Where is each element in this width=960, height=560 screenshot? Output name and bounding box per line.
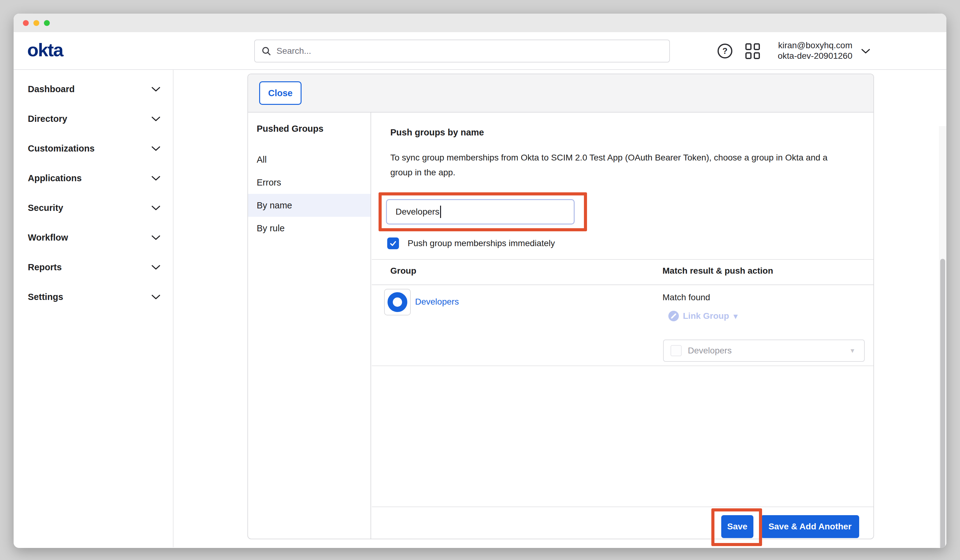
table-header-border <box>372 285 874 285</box>
group-name-link[interactable]: Developers <box>415 297 459 307</box>
sidebar-item-label: Settings <box>28 292 151 302</box>
footer-border <box>372 507 874 507</box>
sidebar-item-applications[interactable]: Applications <box>14 167 173 189</box>
scrollbar-thumb[interactable] <box>940 259 945 548</box>
sidebar-item-dashboard[interactable]: Dashboard <box>14 78 173 100</box>
group-placeholder-icon <box>670 345 682 356</box>
sidebar-item-workflow[interactable]: Workflow <box>14 226 173 249</box>
link-icon <box>668 310 679 322</box>
sidebar-item-directory[interactable]: Directory <box>14 107 173 130</box>
group-avatar <box>384 289 411 315</box>
account-email: kiran@boxyhq.com <box>765 40 852 51</box>
chevron-down-icon[interactable] <box>861 48 870 54</box>
browser-window: okta ? kiran@boxyhq.com okta-dev-2090126… <box>14 14 946 548</box>
target-group-select[interactable]: Developers ▼ <box>663 339 865 362</box>
sidebar-item-customizations[interactable]: Customizations <box>14 137 173 160</box>
minimize-window-icon[interactable] <box>34 20 39 26</box>
caret-down-icon: ▼ <box>849 347 856 354</box>
chevron-down-icon <box>151 265 160 270</box>
column-header-group: Group <box>390 266 416 276</box>
group-name-input[interactable]: Developers <box>386 199 574 224</box>
body-row: Dashboard Directory Customizations Appli… <box>14 70 946 547</box>
subnav-item-by-rule[interactable]: By rule <box>248 217 371 240</box>
close-button[interactable]: Close <box>259 81 302 105</box>
check-icon <box>389 239 397 247</box>
sidebar: Dashboard Directory Customizations Appli… <box>14 70 173 547</box>
link-group-action[interactable]: Link Group ▾ <box>668 310 738 322</box>
group-name-input-value: Developers <box>395 207 440 217</box>
grid-cell <box>754 43 760 50</box>
sidebar-item-settings[interactable]: Settings <box>14 286 173 308</box>
subnav-title: Pushed Groups <box>257 124 371 134</box>
input-highlight-annotation: Developers <box>379 192 587 231</box>
close-window-icon[interactable] <box>23 20 29 26</box>
sidebar-item-label: Applications <box>28 173 151 183</box>
sidebar-item-reports[interactable]: Reports <box>14 256 173 278</box>
chevron-down-icon <box>151 235 160 240</box>
chevron-down-icon <box>151 116 160 122</box>
sidebar-item-label: Directory <box>28 114 151 124</box>
chevron-down-icon <box>151 86 160 92</box>
push-groups-dialog: Close Pushed Groups All Errors By name B… <box>247 74 874 539</box>
grid-cell <box>754 52 760 59</box>
form-description-line: group in the app. <box>390 165 828 180</box>
traffic-lights <box>23 20 50 26</box>
text-cursor <box>440 206 441 218</box>
chevron-down-icon <box>151 205 160 211</box>
match-status: Match found <box>662 293 710 302</box>
table-top-border <box>372 259 874 260</box>
help-icon[interactable]: ? <box>718 43 732 58</box>
search-icon <box>261 46 272 56</box>
main-area: Close Pushed Groups All Errors By name B… <box>173 70 946 547</box>
sidebar-item-label: Workflow <box>28 232 151 243</box>
subnav-item-by-name[interactable]: By name <box>248 194 371 217</box>
subnav-item-errors[interactable]: Errors <box>248 171 371 194</box>
chevron-down-icon <box>151 294 160 300</box>
sidebar-item-label: Customizations <box>28 144 151 154</box>
sidebar-item-label: Security <box>28 203 151 213</box>
push-immediately-row: Push group memberships immediately <box>387 237 555 249</box>
form-description: To sync group memberships from Okta to S… <box>390 150 828 180</box>
dialog-toolbar: Close <box>248 74 874 112</box>
account-menu[interactable]: kiran@boxyhq.com okta-dev-20901260 <box>765 40 852 61</box>
save-button[interactable]: Save <box>721 515 754 538</box>
search-input[interactable] <box>277 46 663 56</box>
push-immediately-checkbox[interactable] <box>387 237 399 249</box>
form-description-line: To sync group memberships from Okta to S… <box>390 150 828 165</box>
subnav-item-all[interactable]: All <box>248 148 371 171</box>
scrollbar-track[interactable] <box>939 126 946 547</box>
apps-grid-icon[interactable] <box>746 43 761 59</box>
caret-down-icon: ▾ <box>733 311 738 321</box>
column-header-match: Match result & push action <box>662 266 773 276</box>
grid-cell <box>746 52 752 59</box>
pushed-groups-subnav: Pushed Groups All Errors By name By rule <box>248 112 371 539</box>
desktop: { "colors": { "accent_blue": "#1662dd", … <box>0 0 960 560</box>
chevron-down-icon <box>151 176 160 181</box>
sidebar-item-label: Dashboard <box>28 84 151 94</box>
global-search[interactable] <box>254 40 670 62</box>
grid-cell <box>746 43 752 50</box>
chevron-down-icon <box>151 146 160 151</box>
push-by-name-form: Push groups by name To sync group member… <box>372 112 874 539</box>
sidebar-item-security[interactable]: Security <box>14 197 173 219</box>
link-group-label: Link Group <box>683 311 729 321</box>
okta-logo: okta <box>27 39 63 61</box>
save-add-another-button[interactable]: Save & Add Another <box>761 515 859 538</box>
app-header: okta ? kiran@boxyhq.com okta-dev-2090126… <box>14 32 946 70</box>
group-icon <box>387 292 407 312</box>
form-title: Push groups by name <box>390 127 484 138</box>
maximize-window-icon[interactable] <box>44 20 50 26</box>
table-row-border <box>372 365 874 366</box>
push-immediately-label: Push group memberships immediately <box>408 238 555 248</box>
target-group-value: Developers <box>688 346 849 355</box>
sidebar-item-label: Reports <box>28 262 151 272</box>
account-org: okta-dev-20901260 <box>765 51 852 61</box>
window-titlebar <box>14 14 946 32</box>
